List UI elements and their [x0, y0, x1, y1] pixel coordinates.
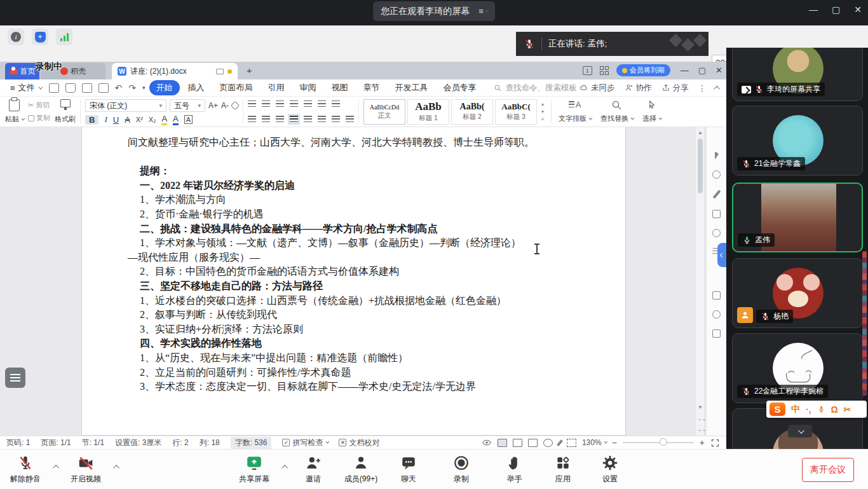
- fit-fullscreen-icon[interactable]: [710, 438, 720, 448]
- superscript-button[interactable]: X²: [136, 116, 143, 123]
- outline-view-icon[interactable]: [513, 439, 522, 447]
- font-size-select[interactable]: 五号▾: [170, 99, 205, 112]
- participant-tile-liqi-share[interactable]: 李琦的屏幕共享: [732, 48, 863, 101]
- tab-home[interactable]: 首页: [5, 63, 39, 79]
- proofread-button[interactable]: ✕ 文档校对: [339, 437, 379, 448]
- shrink-font-button[interactable]: A-: [221, 101, 229, 110]
- zoom-level-button[interactable]: 130%: [582, 438, 606, 447]
- menu-tab-view[interactable]: 视图: [325, 80, 355, 95]
- collapse-participants-button[interactable]: [788, 425, 812, 437]
- line-spacing-icon[interactable]: [318, 116, 326, 123]
- wps-minimize-button[interactable]: —: [681, 65, 689, 75]
- settings-button[interactable]: 设置: [586, 454, 634, 485]
- next-page-icon[interactable]: ⌄⌄: [698, 427, 706, 432]
- menu-tab-insert[interactable]: 插入: [181, 80, 212, 95]
- menu-tab-home[interactable]: 开始: [149, 80, 180, 95]
- meeting-security-button[interactable]: +: [32, 29, 48, 45]
- scroll-up-icon[interactable]: ▲: [698, 130, 703, 135]
- apps-button[interactable]: 应用: [539, 454, 587, 485]
- collaborate-button[interactable]: 协作: [625, 83, 652, 93]
- read-mode-icon[interactable]: [712, 329, 721, 338]
- print-icon[interactable]: [82, 83, 92, 93]
- print-preview-icon[interactable]: [98, 83, 109, 93]
- invite-button[interactable]: 邀请: [289, 454, 337, 485]
- borders-icon[interactable]: [346, 116, 354, 123]
- document-page[interactable]: 间文献整理与研究中心主任；山西大学、河南大学、河北大学特聘教授、博士生导师等职。…: [81, 127, 626, 436]
- pan-tool-icon[interactable]: [712, 170, 721, 179]
- zoom-slider[interactable]: [623, 442, 694, 443]
- single-page-icon[interactable]: 1: [583, 66, 592, 75]
- raise-hand-button[interactable]: 举手: [491, 454, 539, 485]
- character-border-button[interactable]: A: [184, 115, 193, 124]
- style-normal[interactable]: AaBbCcDd 正文: [363, 99, 405, 125]
- subscript-button[interactable]: X₂: [149, 116, 156, 123]
- scrollbar-thumb[interactable]: [698, 139, 703, 193]
- text-scale-icon[interactable]: [304, 100, 312, 107]
- grow-font-button[interactable]: A+: [208, 101, 218, 110]
- increase-indent-icon[interactable]: [290, 100, 298, 107]
- sogou-ime-toolbar[interactable]: S 中 ·, Ω ✂: [766, 401, 867, 418]
- previous-page-icon[interactable]: ⌄⌄: [698, 416, 706, 422]
- decrease-indent-icon[interactable]: [276, 100, 284, 107]
- new-tab-button[interactable]: +: [247, 65, 252, 76]
- zoom-in-button[interactable]: +: [700, 437, 705, 448]
- maximize-button[interactable]: ▢: [832, 4, 840, 15]
- page-view-icon[interactable]: [498, 439, 507, 447]
- close-button[interactable]: ✕: [854, 4, 862, 15]
- fit-page-icon[interactable]: [567, 439, 576, 447]
- menu-tab-member[interactable]: 会员专享: [437, 80, 484, 95]
- record-button[interactable]: 录制: [437, 454, 485, 485]
- help-icon[interactable]: [712, 229, 721, 237]
- italic-button[interactable]: I: [104, 114, 107, 125]
- ime-punctuation-toggle[interactable]: ·,: [806, 404, 811, 415]
- zoom-out-button[interactable]: −: [612, 437, 617, 448]
- menu-tab-section[interactable]: 章节: [356, 80, 387, 95]
- text-direction-icon[interactable]: [332, 100, 340, 107]
- style-heading2[interactable]: AaBb( 标题 2: [451, 99, 493, 125]
- shading-icon[interactable]: [332, 116, 340, 123]
- save-icon[interactable]: [65, 83, 76, 93]
- zoom-slider-knob[interactable]: [660, 438, 667, 446]
- ime-voice-icon[interactable]: [817, 404, 825, 414]
- find-replace-button[interactable]: 查找替换: [598, 99, 635, 125]
- style-gallery-scroll[interactable]: ▴ ▾ ≡: [539, 101, 546, 122]
- audio-options-chevron[interactable]: [53, 465, 59, 471]
- unmute-button[interactable]: 解除静音: [1, 454, 50, 485]
- chat-button[interactable]: 聊天: [384, 454, 433, 485]
- quickbar-caret-icon[interactable]: ▾: [140, 85, 148, 91]
- word-count-button[interactable]: 字数: 536: [231, 437, 272, 449]
- meeting-info-button[interactable]: i: [8, 29, 24, 45]
- wps-maximize-button[interactable]: ▢: [698, 65, 706, 75]
- ime-symbols-button[interactable]: Ω: [831, 404, 838, 415]
- vertical-scrollbar[interactable]: ▲ ▼ ⌄⌄ ⌄⌄: [695, 127, 705, 436]
- align-left-icon[interactable]: [248, 116, 256, 123]
- panel-expand-handle[interactable]: [717, 243, 726, 267]
- eye-protect-icon[interactable]: [482, 438, 492, 447]
- copy-button[interactable]: 复制: [28, 112, 50, 125]
- participant-tile-liwanrong[interactable]: 22金融工程学李婉榕: [732, 333, 863, 403]
- spellcheck-button[interactable]: ✓ 拼写检查: [282, 437, 328, 448]
- floating-menu-button[interactable]: [5, 368, 25, 388]
- undo-button[interactable]: ↶: [112, 83, 125, 93]
- menu-tab-developer[interactable]: 开发工具: [388, 80, 435, 95]
- sync-status-button[interactable]: 未同步: [580, 83, 615, 93]
- highlighter-tool-icon[interactable]: [712, 210, 721, 218]
- ruler-icon[interactable]: [712, 291, 721, 300]
- web-view-icon[interactable]: [543, 439, 553, 447]
- justify-icon[interactable]: [290, 116, 298, 123]
- command-search-input[interactable]: 查找命令、搜索模板: [494, 83, 578, 93]
- members-button[interactable]: 成员(99+): [337, 454, 385, 485]
- ink-view-icon[interactable]: [557, 439, 563, 446]
- ime-language-toggle[interactable]: 中: [791, 404, 800, 415]
- tab-document[interactable]: W 讲座: (2)(1).docx: [112, 63, 238, 79]
- format-painter-button[interactable]: 格式刷: [55, 99, 76, 125]
- strikethrough-button[interactable]: A: [125, 115, 130, 125]
- clear-format-icon[interactable]: [231, 101, 240, 110]
- numbered-list-icon[interactable]: [262, 100, 270, 107]
- share-screen-button[interactable]: 共享屏幕: [230, 454, 278, 485]
- distribute-icon[interactable]: [304, 116, 312, 123]
- align-center-icon[interactable]: [262, 116, 270, 123]
- banner-menu-button[interactable]: ≡: [478, 6, 487, 16]
- highlight-color-button[interactable]: A: [161, 114, 167, 125]
- bold-button[interactable]: B: [85, 115, 98, 125]
